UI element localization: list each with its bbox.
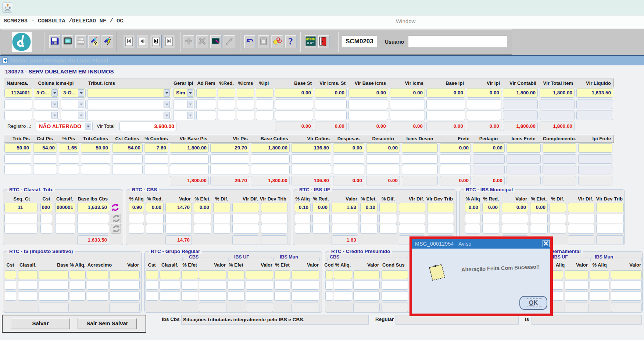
svg-text:?: ? [288,36,293,46]
svg-text:Menu: Menu [306,37,316,41]
svg-text:?: ? [94,40,97,46]
